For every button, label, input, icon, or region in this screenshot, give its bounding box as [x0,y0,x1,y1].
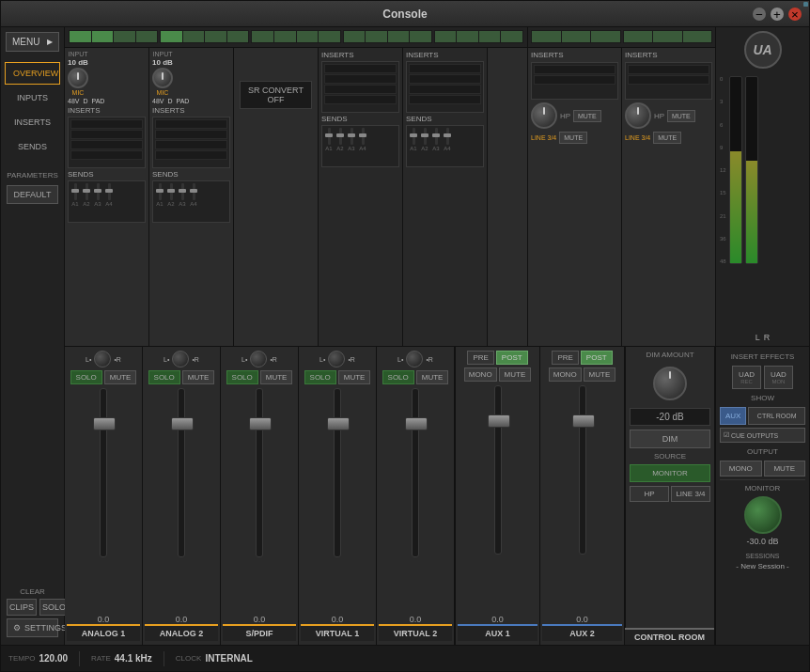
post-button-aux1[interactable]: POST [496,351,528,365]
settings-button[interactable]: ⚙ SETTINGS [7,618,58,637]
insert-slot[interactable] [534,75,615,85]
clips-button[interactable]: CLIPS [7,599,37,616]
insert-slot[interactable] [324,64,397,73]
mini-fader-thumb[interactable] [336,133,344,137]
mini-fader-thumb[interactable] [410,133,417,137]
mini-fader-track[interactable] [328,128,331,145]
mini-fader-track[interactable] [350,128,353,145]
insert-slot[interactable] [155,150,227,160]
mute-button-spdif[interactable]: MUTE [260,370,293,384]
mini-fader-thumb[interactable] [325,133,333,137]
fader-thumb-v2[interactable] [405,417,428,430]
line34-small-button[interactable]: LINE 3/4 [671,486,710,502]
sidebar-item-inputs[interactable]: INPUTS [5,86,60,109]
aux2-hp-mute-button[interactable]: MUTE [667,110,695,122]
inserts-box-v1[interactable] [321,61,399,113]
mini-fader-thumb[interactable] [359,133,366,137]
mini-fader-track[interactable] [339,128,342,145]
menu-button[interactable]: MENU ▶ [6,32,59,52]
solo-button-a2[interactable]: SOLO [148,370,180,384]
solo-button-v1[interactable]: SOLO [304,370,336,384]
mini-fader-track[interactable] [108,183,111,200]
insert-slot[interactable] [70,150,143,160]
mini-fader-thumb[interactable] [348,133,355,137]
mini-fader-thumb[interactable] [190,189,197,193]
mini-fader-track[interactable] [86,183,88,200]
fader-thumb-aux1[interactable] [488,414,510,428]
default-button[interactable]: DEFAULT [7,185,58,204]
mini-fader-thumb[interactable] [83,189,90,193]
solo-button-spdif[interactable]: SOLO [226,370,258,384]
mini-fader-track[interactable] [435,128,438,145]
mute-button-a2[interactable]: MUTE [182,370,215,384]
pan-knob-v2[interactable] [406,351,423,367]
ctrl-room-show-button[interactable]: CTRL ROOM [748,407,805,425]
fader-thumb-a2[interactable] [171,417,194,430]
pan-knob-a2[interactable] [172,351,189,367]
insert-slot[interactable] [70,130,143,139]
fader-track-v1[interactable] [334,388,341,557]
sidebar-item-sends[interactable]: SENDS [5,135,60,158]
mini-fader-thumb[interactable] [432,133,440,137]
minimize-button[interactable]: − [753,8,766,21]
aux-show-button[interactable]: AUX [720,407,746,425]
output-mute-button[interactable]: MUTE [764,461,806,477]
mini-fader-track[interactable] [97,183,100,200]
sidebar-item-overview[interactable]: OVERVIEW [5,62,60,85]
fader-track-a1[interactable] [100,388,107,557]
dim-knob[interactable] [653,367,687,400]
mute-button-v2[interactable]: MUTE [416,370,449,384]
mini-fader-thumb[interactable] [179,189,186,193]
solo-button-v2[interactable]: SOLO [382,370,414,384]
aux2-line34-mute-button[interactable]: MUTE [653,132,681,144]
insert-slot[interactable] [409,64,481,73]
mini-fader-thumb[interactable] [71,189,79,193]
insert-slot[interactable] [155,140,227,149]
tempo-value[interactable]: 120.00 [39,653,68,664]
mini-fader-thumb[interactable] [421,133,428,137]
inserts-box-a2[interactable] [152,117,230,168]
aux2-inserts-box[interactable] [625,62,712,100]
maximize-button[interactable]: + [771,8,784,21]
insert-slot[interactable] [324,85,397,94]
fader-thumb-spdif[interactable] [249,417,272,430]
aux2-hp-knob[interactable] [625,102,651,129]
solo-button-a1[interactable]: SOLO [70,370,102,384]
fader-track-spdif[interactable] [256,388,263,557]
mono-button-aux2[interactable]: MONO [549,367,582,382]
mono-button-aux1[interactable]: MONO [464,367,497,382]
inserts-box-a1[interactable] [68,117,146,168]
mute-button-a1[interactable]: MUTE [104,370,137,384]
insert-slot[interactable] [409,95,481,104]
pan-knob-a1[interactable] [94,351,111,367]
pan-knob-v1[interactable] [328,351,345,367]
fader-thumb-v1[interactable] [327,417,350,430]
mini-fader-track[interactable] [181,183,184,200]
dim-button[interactable]: DIM [630,430,710,448]
mute-button-v1[interactable]: MUTE [338,370,371,384]
post-button-aux2[interactable]: POST [581,351,613,365]
insert-slot[interactable] [324,74,397,84]
fader-track-v2[interactable] [412,388,419,557]
monitor-source-button[interactable]: MONITOR [630,464,710,482]
insert-slot[interactable] [70,119,143,129]
input-knob-a1-control[interactable] [68,68,88,88]
insert-slot[interactable] [324,95,397,104]
hp-small-button[interactable]: HP [630,486,669,502]
mini-fader-track[interactable] [413,128,415,145]
inserts-box-v2[interactable] [406,61,484,113]
uad-mon-button[interactable]: UAD MON [764,366,793,389]
input-knob-a2-control[interactable] [152,68,173,88]
mini-fader-track[interactable] [424,128,427,145]
mini-fader-track[interactable] [159,183,162,200]
mini-fader-thumb[interactable] [444,133,451,137]
cue-outputs-button[interactable]: ☑ CUE OUTPUTS [720,428,805,443]
mini-fader-track[interactable] [170,183,173,200]
aux1-inserts-box[interactable] [531,62,618,100]
mute-button-aux1[interactable]: MUTE [499,367,532,382]
output-mono-button[interactable]: MONO [720,461,762,477]
fader-thumb-aux2[interactable] [572,414,595,428]
insert-slot[interactable] [628,75,709,85]
mini-fader-thumb[interactable] [167,189,175,193]
fader-thumb-a1[interactable] [93,417,116,430]
